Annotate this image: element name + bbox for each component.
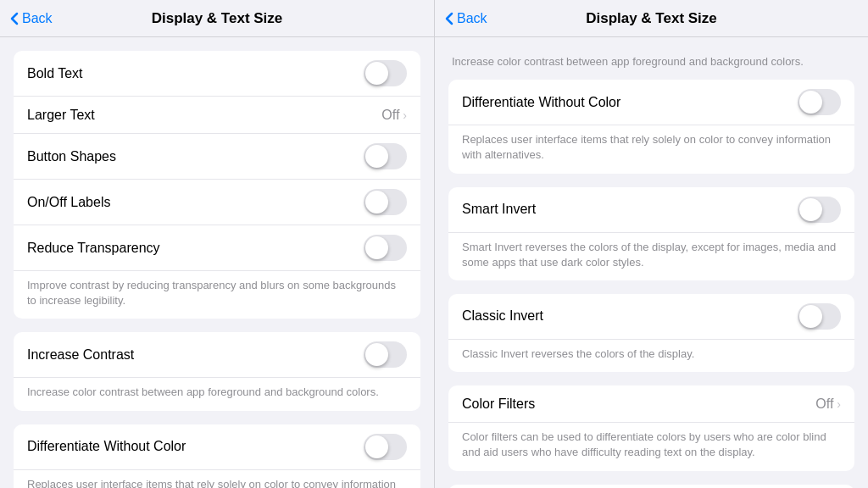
p2-smart-invert-toggle-thumb bbox=[799, 198, 822, 221]
p2-classic-invert-toggle-thumb bbox=[799, 305, 822, 328]
panel-2: Back Display & Text Size Increase color … bbox=[434, 0, 868, 488]
increase-contrast-toggle[interactable] bbox=[364, 341, 407, 368]
section3-desc: Replaces user interface items that rely … bbox=[14, 470, 420, 488]
section1-desc: Improve contrast by reducing transparenc… bbox=[14, 271, 420, 319]
p2-classic-invert-toggle[interactable] bbox=[798, 303, 841, 330]
larger-text-row[interactable]: Larger Text Off › bbox=[14, 97, 420, 134]
onoff-labels-row[interactable]: On/Off Labels bbox=[14, 180, 420, 225]
p2-section-color-filters: Color Filters Off › Color filters can be… bbox=[448, 385, 854, 470]
button-shapes-toggle-thumb bbox=[365, 145, 388, 168]
p2-section-classic-invert: Classic Invert Classic Invert reverses t… bbox=[448, 294, 854, 372]
differentiate-row[interactable]: Differentiate Without Color bbox=[14, 424, 420, 470]
p2-section-smart-invert: Smart Invert Smart Invert reverses the c… bbox=[448, 187, 854, 280]
p2-section4-desc: Color filters can be used to differentia… bbox=[448, 423, 854, 470]
reduce-transparency-label: Reduce Transparency bbox=[27, 241, 364, 256]
back-label-1: Back bbox=[22, 11, 53, 26]
bold-text-row[interactable]: Bold Text bbox=[14, 51, 420, 97]
nav-bar-1: Back Display & Text Size bbox=[0, 0, 434, 37]
top-description: Increase color contrast between app fore… bbox=[448, 51, 854, 80]
larger-text-chevron: › bbox=[403, 108, 407, 122]
p2-color-filters-row[interactable]: Color Filters Off › bbox=[448, 385, 854, 423]
p2-color-filters-label: Color Filters bbox=[462, 396, 815, 412]
p2-reduce-white-point-row[interactable]: Reduce White Point bbox=[448, 485, 854, 489]
p2-section2-desc: Smart Invert reverses the colors of the … bbox=[448, 233, 854, 280]
back-button-1[interactable]: Back bbox=[10, 11, 53, 26]
p2-section3-desc: Classic Invert reverses the colors of th… bbox=[448, 340, 854, 372]
onoff-labels-label: On/Off Labels bbox=[27, 195, 364, 210]
p2-differentiate-toggle-thumb bbox=[799, 91, 822, 114]
panel-1: Back Display & Text Size Bold Text Large… bbox=[0, 0, 434, 488]
p2-smart-invert-toggle[interactable] bbox=[798, 197, 841, 223]
section2-desc: Increase color contrast between app fore… bbox=[14, 378, 420, 410]
increase-contrast-row[interactable]: Increase Contrast bbox=[14, 332, 420, 378]
differentiate-toggle[interactable] bbox=[364, 434, 407, 460]
p2-smart-invert-row[interactable]: Smart Invert bbox=[448, 187, 854, 233]
p2-smart-invert-label: Smart Invert bbox=[462, 202, 798, 217]
nav-bar-2: Back Display & Text Size bbox=[435, 0, 868, 37]
scroll-area-1[interactable]: Bold Text Larger Text Off › Button Shape… bbox=[0, 37, 434, 488]
p2-color-filters-chevron: › bbox=[837, 397, 841, 411]
p2-section-differentiate: Differentiate Without Color Replaces use… bbox=[448, 80, 854, 173]
bold-text-toggle-thumb bbox=[365, 62, 388, 85]
button-shapes-label: Button Shapes bbox=[27, 149, 364, 164]
back-label-2: Back bbox=[457, 11, 487, 26]
p2-differentiate-row[interactable]: Differentiate Without Color bbox=[448, 80, 854, 125]
differentiate-label: Differentiate Without Color bbox=[27, 439, 364, 454]
onoff-labels-toggle[interactable] bbox=[364, 189, 407, 215]
section-differentiate: Differentiate Without Color Replaces use… bbox=[14, 424, 420, 488]
section-display-options: Bold Text Larger Text Off › Button Shape… bbox=[14, 51, 420, 319]
button-shapes-toggle[interactable] bbox=[364, 143, 407, 169]
section-increase-contrast: Increase Contrast Increase color contras… bbox=[14, 332, 420, 410]
back-button-2[interactable]: Back bbox=[445, 11, 487, 26]
p2-color-filters-value: Off bbox=[815, 396, 833, 412]
p2-differentiate-toggle[interactable] bbox=[798, 89, 841, 115]
bold-text-label: Bold Text bbox=[27, 66, 364, 81]
nav-title-1: Display & Text Size bbox=[152, 10, 283, 27]
p2-differentiate-label: Differentiate Without Color bbox=[462, 95, 798, 110]
reduce-transparency-row[interactable]: Reduce Transparency bbox=[14, 225, 420, 271]
scroll-area-2[interactable]: Increase color contrast between app fore… bbox=[435, 37, 868, 488]
onoff-labels-toggle-thumb bbox=[365, 191, 388, 214]
larger-text-label: Larger Text bbox=[27, 108, 381, 123]
p2-classic-invert-label: Classic Invert bbox=[462, 308, 798, 324]
increase-contrast-label: Increase Contrast bbox=[27, 347, 364, 363]
differentiate-toggle-thumb bbox=[365, 435, 388, 458]
bold-text-toggle[interactable] bbox=[364, 60, 407, 86]
p2-section1-desc: Replaces user interface items that rely … bbox=[448, 125, 854, 173]
larger-text-value: Off bbox=[381, 108, 399, 123]
p2-section-reduce-white-point: Reduce White Point Reduce the intensity … bbox=[448, 485, 854, 489]
button-shapes-row[interactable]: Button Shapes bbox=[14, 134, 420, 180]
increase-contrast-toggle-thumb bbox=[365, 343, 388, 366]
reduce-transparency-toggle[interactable] bbox=[364, 235, 407, 261]
reduce-transparency-toggle-thumb bbox=[365, 236, 388, 259]
p2-classic-invert-row[interactable]: Classic Invert bbox=[448, 294, 854, 340]
nav-title-2: Display & Text Size bbox=[586, 10, 717, 27]
